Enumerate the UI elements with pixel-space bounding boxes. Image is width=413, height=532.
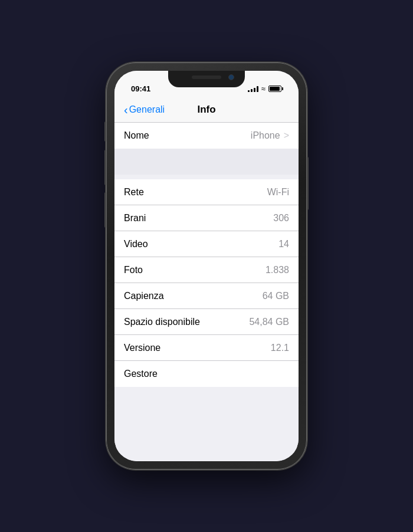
wifi-icon: ≈ xyxy=(261,84,266,93)
video-value: 14 xyxy=(278,239,289,249)
table-row[interactable]: Brani 306 xyxy=(114,205,299,231)
section-divider xyxy=(114,175,299,179)
table-row[interactable]: Gestore xyxy=(114,361,299,387)
power-button[interactable] xyxy=(307,157,309,210)
navigation-bar: ‹ Generali Info xyxy=(114,97,299,123)
brani-value: 306 xyxy=(273,213,289,224)
front-camera xyxy=(228,74,234,80)
signal-icon xyxy=(248,86,258,92)
row-label-versione: Versione xyxy=(124,343,160,353)
table-row[interactable]: Video 14 xyxy=(114,231,299,257)
section-details: Rete Wi-Fi Brani 306 Video 14 Foto 1.838 xyxy=(114,179,299,387)
table-row[interactable]: Rete Wi-Fi xyxy=(114,179,299,205)
phone-frame: 09:41 ≈ ‹ Gen xyxy=(106,63,307,469)
volume-down-button[interactable] xyxy=(104,192,106,228)
volume-up-button[interactable] xyxy=(104,150,106,185)
row-label-foto: Foto xyxy=(124,265,143,275)
page-title: Info xyxy=(197,104,215,116)
nome-group: Nome iPhone > xyxy=(114,123,299,149)
rete-value: Wi-Fi xyxy=(267,187,289,198)
row-label-nome: Nome xyxy=(124,130,149,141)
capienza-value: 64 GB xyxy=(263,291,289,301)
chevron-icon: > xyxy=(284,130,289,141)
table-row[interactable]: Capienza 64 GB xyxy=(114,283,299,309)
back-chevron-icon: ‹ xyxy=(124,104,128,116)
row-label-gestore: Gestore xyxy=(124,369,158,379)
separator-row xyxy=(114,149,299,175)
table-row[interactable]: Nome iPhone > xyxy=(114,123,299,149)
settings-content: Nome iPhone > Rete Wi-Fi xyxy=(114,123,299,461)
table-row[interactable]: Versione 12.1 xyxy=(114,335,299,361)
spazio-value: 54,84 GB xyxy=(249,317,289,327)
notch xyxy=(168,71,245,87)
section-nome: Nome iPhone > xyxy=(114,123,299,175)
mute-button[interactable] xyxy=(104,121,106,142)
foto-value: 1.838 xyxy=(266,265,289,275)
row-label-video: Video xyxy=(124,239,148,249)
row-label-brani: Brani xyxy=(124,213,146,224)
row-label-rete: Rete xyxy=(124,187,144,198)
table-row[interactable]: Spazio disponibile 54,84 GB xyxy=(114,309,299,335)
table-row[interactable]: Foto 1.838 xyxy=(114,257,299,283)
row-label-spazio: Spazio disponibile xyxy=(124,317,200,327)
row-value-nome: iPhone > xyxy=(251,130,289,141)
versione-value: 12.1 xyxy=(271,343,289,353)
back-label: Generali xyxy=(129,104,165,115)
details-group: Rete Wi-Fi Brani 306 Video 14 Foto 1.838 xyxy=(114,179,299,387)
battery-icon xyxy=(268,86,283,92)
speaker xyxy=(192,75,221,79)
nome-value: iPhone xyxy=(251,130,280,141)
status-icons: ≈ xyxy=(248,84,283,93)
phone-screen: 09:41 ≈ ‹ Gen xyxy=(114,71,299,461)
row-label-capienza: Capienza xyxy=(124,291,164,301)
